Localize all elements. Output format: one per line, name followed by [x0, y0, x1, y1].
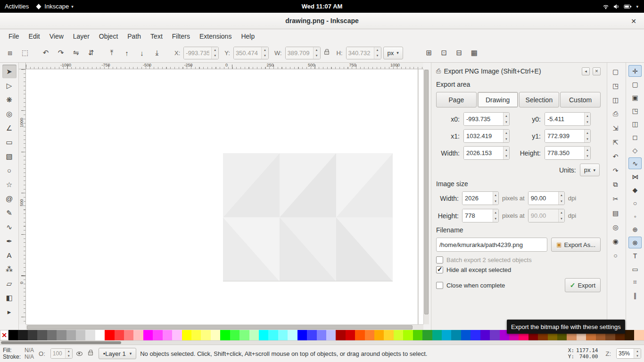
palette-swatch[interactable] [288, 330, 297, 340]
deselect-icon[interactable]: ⬚ [18, 46, 32, 60]
palette-swatch[interactable] [403, 330, 413, 340]
open-document-icon[interactable]: ◳ [609, 79, 622, 92]
toolbar-units-dropdown[interactable]: px▾ [383, 47, 403, 59]
palette-swatch[interactable] [268, 330, 278, 340]
calligraphy-tool[interactable]: ✒ [2, 234, 17, 248]
y1-field[interactable]: ▲▼ [545, 129, 591, 143]
palette-swatch[interactable] [317, 330, 326, 340]
palette-swatch[interactable] [133, 330, 143, 340]
ellipse-tool[interactable]: ○ [2, 164, 17, 177]
canvas-viewport[interactable] [26, 69, 423, 324]
snap-bbox-corner-icon[interactable]: ◳ [628, 105, 642, 116]
spin-up-icon[interactable]: ▲ [504, 113, 509, 119]
image-width-field[interactable]: ▲▼ [462, 191, 499, 205]
palette-swatch[interactable] [432, 330, 442, 340]
palette-swatch[interactable] [172, 330, 182, 340]
lock-ratio-icon[interactable] [324, 51, 329, 55]
spin-down-icon[interactable]: ▼ [585, 136, 590, 143]
spray-tool[interactable]: ⁂ [2, 263, 17, 276]
raise-icon[interactable]: ↑ [120, 46, 134, 60]
app-menu-button[interactable]: Inkscape ▾ [35, 3, 74, 10]
transform-corners-icon[interactable]: ⊡ [437, 46, 451, 60]
palette-swatch[interactable] [37, 330, 47, 340]
bucket-tool[interactable]: ◧ [2, 291, 17, 304]
palette-swatch[interactable] [355, 330, 364, 340]
spin-up-icon[interactable]: ▲ [585, 147, 590, 153]
snap-bbox-center-icon[interactable]: ◻ [628, 131, 642, 143]
star-tool[interactable]: ☆ [2, 178, 17, 191]
palette-swatch[interactable] [413, 330, 422, 340]
units-dropdown[interactable]: px▾ [580, 164, 600, 176]
snap-enable-icon[interactable]: ✛ [628, 65, 642, 77]
flip-vertical-icon[interactable]: ⇵ [84, 46, 98, 60]
palette-swatch[interactable] [239, 330, 249, 340]
dock-close-button[interactable]: ✕ [593, 67, 601, 75]
palette-swatch[interactable] [422, 330, 432, 340]
palette-swatch[interactable] [124, 330, 133, 340]
palette-swatch[interactable] [182, 330, 191, 340]
eraser-tool[interactable]: ▱ [2, 277, 17, 290]
menu-path[interactable]: Path [123, 30, 146, 42]
tweak-tool[interactable]: ❋ [2, 93, 17, 107]
palette-swatch[interactable] [57, 330, 66, 340]
fill-stroke-indicator[interactable]: Fill: N/A Stroke: N/A [3, 347, 34, 360]
canvas-drawing[interactable] [223, 153, 393, 281]
zoom-page-icon[interactable]: ○ [609, 249, 622, 262]
spin-down-icon[interactable]: ▼ [634, 354, 641, 358]
palette-swatch[interactable] [461, 330, 471, 340]
menu-view[interactable]: View [45, 30, 68, 42]
snap-page-border-icon[interactable]: ▭ [628, 263, 642, 275]
snap-text-baseline-icon[interactable]: T [628, 250, 642, 262]
paste-icon[interactable]: ▤ [609, 206, 622, 219]
palette-swatch[interactable] [346, 330, 355, 340]
export-area-page-button[interactable]: Page [436, 92, 477, 107]
zoom-selection-icon[interactable]: ◎ [609, 221, 622, 233]
spin-down-icon[interactable]: ▼ [504, 153, 509, 160]
palette-swatch[interactable] [191, 330, 201, 340]
menu-object[interactable]: Object [94, 30, 123, 42]
system-status-area[interactable]: ▾ [603, 4, 644, 9]
copy-icon[interactable]: ⧉ [609, 178, 622, 191]
close-when-complete-checkbox[interactable] [436, 282, 443, 289]
palette-scrollbar[interactable] [0, 340, 644, 345]
area-height-field[interactable]: ▲▼ [545, 146, 591, 160]
layer-lock-icon[interactable] [88, 352, 93, 355]
lower-to-bottom-icon[interactable]: ⤓ [150, 46, 164, 60]
palette-swatch[interactable] [451, 330, 461, 340]
menu-help[interactable]: Help [236, 30, 259, 42]
node-tool[interactable]: ▷ [2, 79, 17, 92]
palette-swatch[interactable] [115, 330, 124, 340]
palette-swatch[interactable] [480, 330, 490, 340]
snap-rotation-center-icon[interactable]: ⊗ [628, 237, 642, 248]
clock[interactable]: Wed 11:07 AM [302, 3, 343, 10]
snap-grid-icon[interactable]: ⌗ [628, 276, 642, 288]
palette-swatch[interactable] [95, 330, 105, 340]
spiral-tool[interactable]: @ [2, 192, 17, 206]
dock-iconify-button[interactable]: ◂ [582, 67, 590, 75]
no-color-swatch[interactable]: ✕ [0, 330, 8, 340]
palette-swatch[interactable] [76, 330, 85, 340]
snap-cusp-node-icon[interactable]: ◆ [628, 184, 642, 196]
palette-swatch[interactable] [8, 330, 18, 340]
flip-horizontal-icon[interactable]: ⇋ [69, 46, 83, 60]
palette-swatch[interactable] [249, 330, 259, 340]
snap-bbox-midpoint-icon[interactable]: ◫ [628, 118, 642, 130]
area-width-field[interactable]: ▲▼ [463, 146, 510, 160]
snap-object-center-icon[interactable]: ⊕ [628, 223, 642, 235]
palette-swatch[interactable] [278, 330, 288, 340]
palette-swatch[interactable] [28, 330, 37, 340]
box3d-tool[interactable]: ▧ [2, 149, 17, 163]
palette-swatch[interactable] [442, 330, 451, 340]
save-document-icon[interactable]: ◫ [609, 93, 622, 106]
palette-swatch[interactable] [625, 330, 634, 340]
palette-swatch[interactable] [471, 330, 480, 340]
bezier-tool[interactable]: ∿ [2, 220, 17, 234]
batch-export-checkbox[interactable] [436, 256, 443, 263]
window-titlebar[interactable]: drawing.png - Inkscape ✕ [0, 13, 644, 29]
palette-swatch[interactable] [47, 330, 57, 340]
snap-smooth-node-icon[interactable]: ○ [628, 197, 642, 209]
filename-input[interactable] [436, 238, 547, 252]
palette-swatch[interactable] [307, 330, 316, 340]
spin-down-icon[interactable]: ▼ [559, 198, 564, 205]
horizontal-ruler[interactable]: -1000-750-500-25002505007501000 [26, 63, 423, 69]
